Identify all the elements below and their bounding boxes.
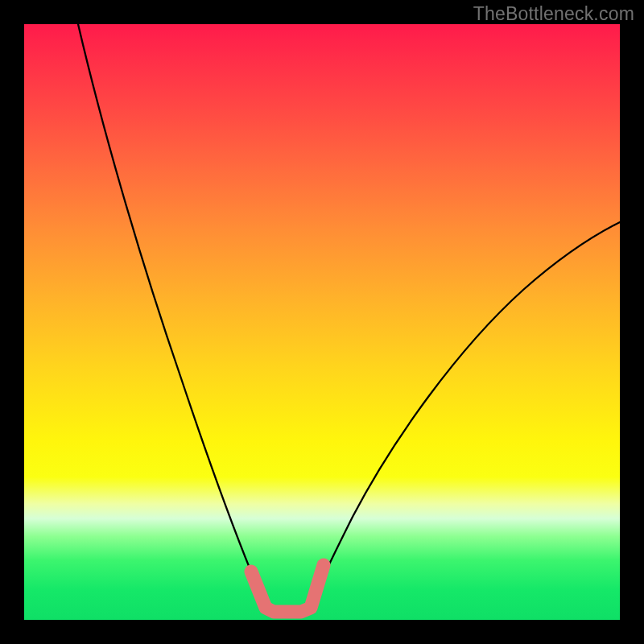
plot-area [24,24,620,620]
valley-highlight [251,565,324,612]
left-branch-curve [78,24,269,612]
chart-frame: TheBottleneck.com [0,0,644,644]
right-branch-curve [308,222,620,612]
curves-svg [24,24,620,620]
watermark-text: TheBottleneck.com [473,3,634,25]
